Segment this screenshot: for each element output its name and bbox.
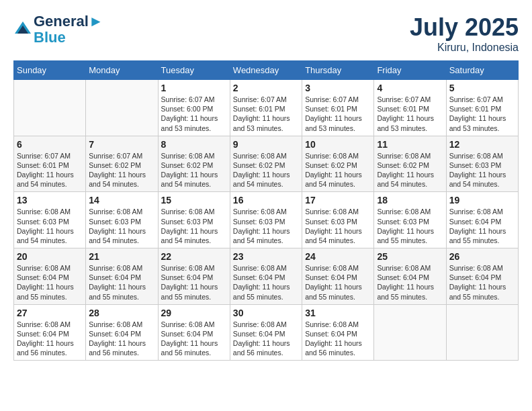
day-info: Sunrise: 6:08 AM Sunset: 6:04 PM Dayligh… [449, 263, 515, 302]
day-number: 1 [161, 83, 227, 93]
day-info: Sunrise: 6:08 AM Sunset: 6:04 PM Dayligh… [233, 263, 299, 302]
day-number: 26 [449, 251, 515, 262]
day-info: Sunrise: 6:07 AM Sunset: 6:01 PM Dayligh… [233, 95, 299, 133]
day-number: 31 [305, 308, 371, 318]
day-number: 15 [161, 195, 227, 205]
day-cell: 7Sunrise: 6:07 AM Sunset: 6:02 PM Daylig… [86, 136, 158, 192]
day-number: 5 [449, 83, 515, 93]
day-number: 29 [161, 308, 227, 318]
day-info: Sunrise: 6:08 AM Sunset: 6:02 PM Dayligh… [377, 151, 443, 189]
week-row-3: 13Sunrise: 6:08 AM Sunset: 6:03 PM Dayli… [14, 192, 519, 248]
day-number: 17 [305, 195, 371, 205]
day-number: 19 [449, 195, 515, 205]
day-cell: 3Sunrise: 6:07 AM Sunset: 6:01 PM Daylig… [302, 80, 374, 136]
day-cell: 19Sunrise: 6:08 AM Sunset: 6:04 PM Dayli… [446, 192, 518, 248]
day-cell: 22Sunrise: 6:08 AM Sunset: 6:04 PM Dayli… [158, 248, 230, 305]
day-info: Sunrise: 6:08 AM Sunset: 6:02 PM Dayligh… [161, 151, 227, 189]
day-info: Sunrise: 6:08 AM Sunset: 6:03 PM Dayligh… [377, 207, 443, 245]
day-number: 18 [377, 195, 443, 205]
day-cell: 23Sunrise: 6:08 AM Sunset: 6:04 PM Dayli… [230, 248, 302, 305]
day-cell: 13Sunrise: 6:08 AM Sunset: 6:03 PM Dayli… [14, 192, 86, 248]
week-row-4: 20Sunrise: 6:08 AM Sunset: 6:04 PM Dayli… [14, 248, 519, 305]
day-cell: 30Sunrise: 6:08 AM Sunset: 6:04 PM Dayli… [230, 304, 302, 361]
day-cell: 14Sunrise: 6:08 AM Sunset: 6:03 PM Dayli… [86, 192, 158, 248]
day-info: Sunrise: 6:08 AM Sunset: 6:04 PM Dayligh… [17, 320, 83, 358]
day-cell [374, 304, 446, 361]
day-info: Sunrise: 6:08 AM Sunset: 6:04 PM Dayligh… [305, 320, 371, 358]
day-number: 25 [377, 251, 443, 262]
day-cell: 27Sunrise: 6:08 AM Sunset: 6:04 PM Dayli… [14, 304, 86, 361]
header-day-sunday: Sunday [14, 61, 86, 80]
day-cell: 2Sunrise: 6:07 AM Sunset: 6:01 PM Daylig… [230, 80, 302, 136]
header-row: SundayMondayTuesdayWednesdayThursdayFrid… [14, 61, 519, 80]
day-number: 11 [377, 139, 443, 150]
day-info: Sunrise: 6:07 AM Sunset: 6:01 PM Dayligh… [17, 151, 83, 189]
day-number: 6 [17, 139, 83, 150]
day-cell: 10Sunrise: 6:08 AM Sunset: 6:02 PM Dayli… [302, 136, 374, 192]
day-number: 30 [233, 308, 299, 318]
day-cell [446, 304, 518, 361]
day-info: Sunrise: 6:08 AM Sunset: 6:04 PM Dayligh… [449, 207, 515, 245]
day-number: 3 [305, 83, 371, 93]
day-cell: 18Sunrise: 6:08 AM Sunset: 6:03 PM Dayli… [374, 192, 446, 248]
day-number: 16 [233, 195, 299, 205]
week-row-1: 1Sunrise: 6:07 AM Sunset: 6:00 PM Daylig… [14, 80, 519, 136]
day-info: Sunrise: 6:08 AM Sunset: 6:03 PM Dayligh… [233, 207, 299, 245]
day-cell: 9Sunrise: 6:08 AM Sunset: 6:02 PM Daylig… [230, 136, 302, 192]
day-number: 10 [305, 139, 371, 150]
day-cell: 17Sunrise: 6:08 AM Sunset: 6:03 PM Dayli… [302, 192, 374, 248]
day-cell: 5Sunrise: 6:07 AM Sunset: 6:01 PM Daylig… [446, 80, 518, 136]
day-number: 20 [17, 251, 83, 262]
month-title: July 2025 [410, 13, 519, 42]
day-info: Sunrise: 6:08 AM Sunset: 6:04 PM Dayligh… [161, 263, 227, 302]
day-number: 4 [377, 83, 443, 93]
day-number: 8 [161, 139, 227, 150]
day-info: Sunrise: 6:07 AM Sunset: 6:00 PM Dayligh… [161, 95, 227, 133]
day-cell: 4Sunrise: 6:07 AM Sunset: 6:01 PM Daylig… [374, 80, 446, 136]
day-info: Sunrise: 6:08 AM Sunset: 6:04 PM Dayligh… [305, 263, 371, 302]
day-cell: 8Sunrise: 6:08 AM Sunset: 6:02 PM Daylig… [158, 136, 230, 192]
day-cell [86, 80, 158, 136]
day-cell: 29Sunrise: 6:08 AM Sunset: 6:04 PM Dayli… [158, 304, 230, 361]
day-cell: 12Sunrise: 6:08 AM Sunset: 6:03 PM Dayli… [446, 136, 518, 192]
day-info: Sunrise: 6:08 AM Sunset: 6:03 PM Dayligh… [161, 207, 227, 245]
logo-icon [13, 20, 32, 39]
day-info: Sunrise: 6:08 AM Sunset: 6:02 PM Dayligh… [233, 151, 299, 189]
header-day-friday: Friday [374, 61, 446, 80]
logo-text: General► Blue [34, 13, 103, 46]
week-row-2: 6Sunrise: 6:07 AM Sunset: 6:01 PM Daylig… [14, 136, 519, 192]
day-number: 7 [89, 139, 154, 150]
page-header: General► Blue July 2025 Kiruru, Indonesi… [13, 13, 519, 54]
header-day-tuesday: Tuesday [158, 61, 230, 80]
day-cell: 25Sunrise: 6:08 AM Sunset: 6:04 PM Dayli… [374, 248, 446, 305]
day-cell: 20Sunrise: 6:08 AM Sunset: 6:04 PM Dayli… [14, 248, 86, 305]
day-number: 27 [17, 308, 83, 318]
day-info: Sunrise: 6:08 AM Sunset: 6:03 PM Dayligh… [305, 207, 371, 245]
day-cell: 6Sunrise: 6:07 AM Sunset: 6:01 PM Daylig… [14, 136, 86, 192]
day-info: Sunrise: 6:08 AM Sunset: 6:04 PM Dayligh… [89, 320, 154, 358]
day-number: 13 [17, 195, 83, 205]
day-info: Sunrise: 6:08 AM Sunset: 6:03 PM Dayligh… [89, 207, 154, 245]
day-cell: 28Sunrise: 6:08 AM Sunset: 6:04 PM Dayli… [86, 304, 158, 361]
header-day-saturday: Saturday [446, 61, 518, 80]
day-number: 12 [449, 139, 515, 150]
day-number: 23 [233, 251, 299, 262]
day-info: Sunrise: 6:07 AM Sunset: 6:01 PM Dayligh… [377, 95, 443, 133]
location: Kiruru, Indonesia [410, 42, 519, 54]
day-info: Sunrise: 6:07 AM Sunset: 6:01 PM Dayligh… [305, 95, 371, 133]
day-cell: 16Sunrise: 6:08 AM Sunset: 6:03 PM Dayli… [230, 192, 302, 248]
logo: General► Blue [13, 13, 103, 46]
day-info: Sunrise: 6:08 AM Sunset: 6:04 PM Dayligh… [233, 320, 299, 358]
day-cell: 31Sunrise: 6:08 AM Sunset: 6:04 PM Dayli… [302, 304, 374, 361]
day-info: Sunrise: 6:08 AM Sunset: 6:03 PM Dayligh… [449, 151, 515, 189]
day-cell: 24Sunrise: 6:08 AM Sunset: 6:04 PM Dayli… [302, 248, 374, 305]
week-row-5: 27Sunrise: 6:08 AM Sunset: 6:04 PM Dayli… [14, 304, 519, 361]
day-number: 24 [305, 251, 371, 262]
day-cell: 15Sunrise: 6:08 AM Sunset: 6:03 PM Dayli… [158, 192, 230, 248]
header-day-thursday: Thursday [302, 61, 374, 80]
day-info: Sunrise: 6:08 AM Sunset: 6:04 PM Dayligh… [161, 320, 227, 358]
day-number: 28 [89, 308, 154, 318]
day-number: 14 [89, 195, 154, 205]
day-info: Sunrise: 6:08 AM Sunset: 6:03 PM Dayligh… [17, 207, 83, 245]
day-number: 22 [161, 251, 227, 262]
